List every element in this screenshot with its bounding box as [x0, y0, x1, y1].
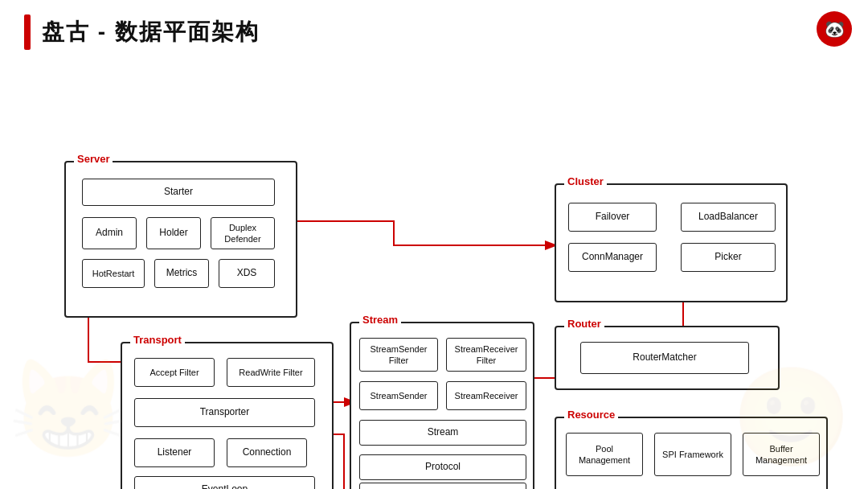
logo: 🐼 [817, 11, 852, 47]
node-stream: Stream [359, 420, 526, 446]
node-buffer-mgmt: Buffer Management [743, 433, 820, 476]
node-readwrite-filter: ReadWrite Filter [227, 358, 315, 387]
node-starter: Starter [82, 179, 275, 206]
node-xds: XDS [219, 259, 275, 288]
node-admin: Admin [82, 217, 137, 249]
header: 盘古 - 数据平面架构 [0, 0, 868, 64]
router-group: Router RouterMatcher [555, 326, 780, 390]
node-loadbalancer: LoadBalancer [681, 203, 776, 232]
cluster-group: Cluster Failover LoadBalancer ConnManage… [555, 183, 788, 302]
server-label: Server [74, 153, 113, 165]
node-connmanager: ConnManager [568, 243, 657, 272]
node-spi-framework: SPI Framework [654, 433, 731, 476]
header-bar [24, 14, 31, 50]
node-streamsender: StreamSender [359, 381, 438, 410]
node-connection: Connection [227, 438, 307, 467]
node-routermatcher: RouterMatcher [580, 342, 749, 374]
node-protocol: Protocol [359, 454, 526, 480]
node-eventloop: EventLoop [134, 476, 315, 489]
node-transporter: Transporter [134, 398, 315, 427]
diagram: Server Starter Admin Holder Duplex Defen… [0, 64, 868, 489]
stream-group: Stream StreamSender Filter StreamReceive… [350, 322, 534, 489]
transport-label: Transport [130, 334, 185, 346]
node-session: Session [359, 483, 526, 489]
node-holder: Holder [146, 217, 201, 249]
node-hotrestart: HotRestart [82, 259, 145, 288]
node-streamreceiver-filter: StreamReceiver Filter [446, 338, 526, 372]
page-title: 盘古 - 数据平面架构 [42, 17, 260, 47]
node-streamsender-filter: StreamSender Filter [359, 338, 438, 372]
node-duplex: Duplex Defender [211, 217, 275, 249]
node-streamreceiver: StreamReceiver [446, 381, 526, 410]
resource-label: Resource [564, 409, 618, 421]
node-failover: Failover [568, 203, 657, 232]
logo-icon: 🐼 [825, 19, 845, 39]
slide: 盘古 - 数据平面架构 🐼 [0, 0, 868, 489]
node-listener: Listener [134, 438, 215, 467]
cluster-label: Cluster [564, 175, 607, 187]
node-accept-filter: Accept Filter [134, 358, 215, 387]
transport-group: Transport Accept Filter ReadWrite Filter… [121, 342, 334, 489]
stream-label: Stream [359, 314, 401, 326]
node-picker: Picker [681, 243, 776, 272]
node-metrics: Metrics [154, 259, 209, 288]
router-label: Router [564, 318, 604, 330]
resource-group: Resource Pool Management SPI Framework B… [555, 417, 828, 489]
server-group: Server Starter Admin Holder Duplex Defen… [64, 161, 297, 318]
node-pool-mgmt: Pool Management [566, 433, 643, 476]
